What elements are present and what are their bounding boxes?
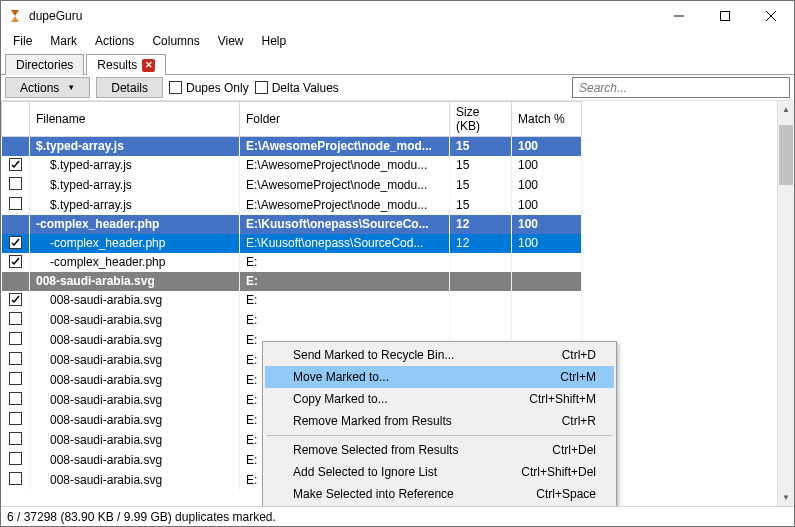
- context-item[interactable]: Add Selected to Ignore ListCtrl+Shift+De…: [265, 461, 614, 483]
- col-check[interactable]: [2, 102, 30, 137]
- cell-filename: $.typed-array.js: [36, 178, 132, 192]
- col-match-[interactable]: Match %: [512, 102, 582, 137]
- row-checkbox[interactable]: [9, 158, 22, 171]
- cell-match: 100: [512, 195, 582, 215]
- col-folder[interactable]: Folder: [240, 102, 450, 137]
- row-checkbox[interactable]: [9, 432, 22, 445]
- table-row[interactable]: -complex_header.phpE:\Kuusoft\onepass\So…: [2, 215, 582, 234]
- results-table-wrapper: FilenameFolderSize (KB)Match % $.typed-a…: [1, 101, 794, 506]
- svg-rect-1: [721, 12, 730, 21]
- maximize-button[interactable]: [702, 1, 748, 31]
- cell-filename: 008-saudi-arabia.svg: [36, 333, 162, 347]
- app-icon: [7, 8, 23, 24]
- context-item[interactable]: Remove Selected from ResultsCtrl+Del: [265, 439, 614, 461]
- delta-values-checkbox[interactable]: Delta Values: [255, 81, 339, 95]
- context-shortcut: Ctrl+D: [562, 348, 596, 362]
- menu-columns[interactable]: Columns: [144, 32, 207, 50]
- cell-match: 100: [512, 137, 582, 156]
- cell-size: 12: [450, 215, 512, 234]
- table-row[interactable]: 008-saudi-arabia.svgE:: [2, 272, 582, 291]
- menu-mark[interactable]: Mark: [42, 32, 85, 50]
- table-row[interactable]: $.typed-array.jsE:\AwesomeProject\node_m…: [2, 175, 582, 195]
- close-tab-icon[interactable]: ✕: [142, 59, 155, 72]
- row-checkbox[interactable]: [9, 197, 22, 210]
- row-checkbox[interactable]: [9, 255, 22, 268]
- context-label: Make Selected into Reference: [293, 487, 536, 501]
- cell-match: [512, 291, 582, 310]
- col-size-kb-[interactable]: Size (KB): [450, 102, 512, 137]
- cell-filename: -complex_header.php: [36, 217, 159, 231]
- cell-folder: E:\AwesomeProject\node_modu...: [240, 175, 450, 195]
- context-item[interactable]: Move Marked to...Ctrl+M: [265, 366, 614, 388]
- table-row[interactable]: $.typed-array.jsE:\AwesomeProject\node_m…: [2, 156, 582, 175]
- context-item[interactable]: Copy Marked to...Ctrl+Shift+M: [265, 388, 614, 410]
- cell-match: 100: [512, 156, 582, 175]
- search-input[interactable]: Search...: [572, 77, 790, 98]
- row-checkbox[interactable]: [9, 236, 22, 249]
- vertical-scrollbar[interactable]: ▲ ▼: [777, 101, 794, 506]
- menu-file[interactable]: File: [5, 32, 40, 50]
- row-checkbox[interactable]: [9, 412, 22, 425]
- menu-view[interactable]: View: [210, 32, 252, 50]
- table-row[interactable]: $.typed-array.jsE:\AwesomeProject\node_m…: [2, 137, 582, 156]
- scrollbar-thumb[interactable]: [779, 125, 793, 185]
- cell-folder: E:\AwesomeProject\node_modu...: [240, 195, 450, 215]
- cell-folder: E:\Kuusoft\onepass\SourceCod...: [240, 234, 450, 253]
- context-shortcut: Ctrl+R: [562, 414, 596, 428]
- table-row[interactable]: 008-saudi-arabia.svgE:: [2, 291, 582, 310]
- context-item[interactable]: Send Marked to Recycle Bin...Ctrl+D: [265, 344, 614, 366]
- menu-actions[interactable]: Actions: [87, 32, 142, 50]
- row-checkbox[interactable]: [9, 392, 22, 405]
- context-item[interactable]: Make Selected into ReferenceCtrl+Space: [265, 483, 614, 505]
- cell-size: 15: [450, 175, 512, 195]
- row-checkbox[interactable]: [9, 312, 22, 325]
- row-checkbox[interactable]: [9, 372, 22, 385]
- cell-filename: 008-saudi-arabia.svg: [36, 373, 162, 387]
- minimize-button[interactable]: [656, 1, 702, 31]
- menu-help[interactable]: Help: [254, 32, 295, 50]
- cell-size: [450, 291, 512, 310]
- row-checkbox[interactable]: [9, 452, 22, 465]
- tab-directories[interactable]: Directories: [5, 54, 84, 75]
- dupes-only-label: Dupes Only: [186, 81, 249, 95]
- cell-folder: E:: [240, 272, 450, 291]
- row-checkbox[interactable]: [9, 332, 22, 345]
- context-label: Copy Marked to...: [293, 392, 529, 406]
- actions-dropdown[interactable]: Actions: [5, 77, 90, 98]
- details-label: Details: [111, 81, 148, 95]
- cell-filename: 008-saudi-arabia.svg: [36, 453, 162, 467]
- cell-filename: $.typed-array.js: [36, 139, 124, 153]
- delta-values-label: Delta Values: [272, 81, 339, 95]
- tab-results[interactable]: Results✕: [86, 54, 166, 75]
- context-label: Send Marked to Recycle Bin...: [293, 348, 562, 362]
- cell-size: [450, 310, 512, 330]
- cell-filename: 008-saudi-arabia.svg: [36, 293, 162, 307]
- row-checkbox[interactable]: [9, 177, 22, 190]
- cell-match: 100: [512, 175, 582, 195]
- cell-size: 15: [450, 156, 512, 175]
- scroll-down-icon: ▼: [778, 489, 794, 506]
- col-filename[interactable]: Filename: [30, 102, 240, 137]
- dupes-only-checkbox[interactable]: Dupes Only: [169, 81, 249, 95]
- table-row[interactable]: -complex_header.phpE:: [2, 253, 582, 272]
- context-shortcut: Ctrl+Space: [536, 487, 596, 501]
- details-button[interactable]: Details: [96, 77, 163, 98]
- row-checkbox[interactable]: [9, 472, 22, 485]
- context-shortcut: Ctrl+Shift+Del: [521, 465, 596, 479]
- window-title: dupeGuru: [29, 9, 82, 23]
- scroll-up-icon: ▲: [778, 101, 794, 118]
- cell-match: 100: [512, 215, 582, 234]
- context-separator: [267, 435, 612, 436]
- status-text: 6 / 37298 (83.90 KB / 9.99 GB) duplicate…: [7, 510, 276, 524]
- table-row[interactable]: 008-saudi-arabia.svgE:: [2, 310, 582, 330]
- context-label: Remove Marked from Results: [293, 414, 562, 428]
- row-checkbox[interactable]: [9, 293, 22, 306]
- row-checkbox[interactable]: [9, 352, 22, 365]
- cell-size: 15: [450, 137, 512, 156]
- table-row[interactable]: $.typed-array.jsE:\AwesomeProject\node_m…: [2, 195, 582, 215]
- cell-filename: 008-saudi-arabia.svg: [36, 413, 162, 427]
- table-row[interactable]: -complex_header.phpE:\Kuusoft\onepass\So…: [2, 234, 582, 253]
- checkbox-icon: [255, 81, 268, 94]
- context-item[interactable]: Remove Marked from ResultsCtrl+R: [265, 410, 614, 432]
- close-button[interactable]: [748, 1, 794, 31]
